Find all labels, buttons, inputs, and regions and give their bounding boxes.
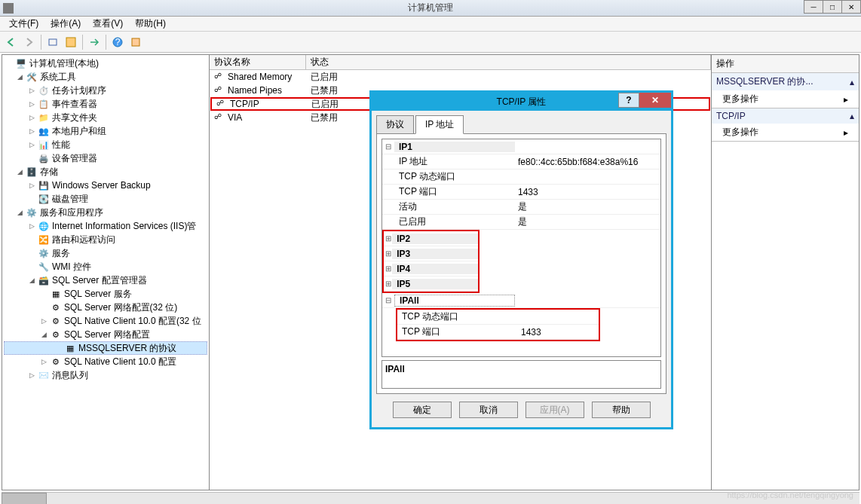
menu-file[interactable]: 文件(F) <box>3 16 44 32</box>
tree-services[interactable]: ⚙️服务 <box>2 246 209 260</box>
col-proto-name[interactable]: 协议名称 <box>210 55 306 69</box>
col-status[interactable]: 状态 <box>306 55 711 69</box>
svg-text:?: ? <box>115 37 121 47</box>
tree-label: 共享文件夹 <box>52 111 97 124</box>
tree-panel[interactable]: 🖥️计算机管理(本地) ◢🛠️系统工具 ▷⏱️任务计划程序 ▷📋事件查看器 ▷📁… <box>2 55 210 490</box>
tree-label: Windows Server Backup <box>52 180 151 191</box>
prop-active-value[interactable]: 是 <box>515 200 660 213</box>
list-row[interactable]: ☍Shared Memory 已启用 <box>210 70 711 84</box>
forward-button[interactable] <box>21 34 38 50</box>
tree-storage[interactable]: ◢🗄️存储 <box>2 165 209 179</box>
apply-button[interactable]: 应用(A) <box>525 402 584 418</box>
menu-help[interactable]: 帮助(H) <box>129 16 172 32</box>
window-controls: ─ □ ✕ <box>804 0 861 14</box>
window-title: 计算机管理 <box>408 2 453 14</box>
maximize-button[interactable]: □ <box>823 0 842 14</box>
tree-services-apps[interactable]: ◢⚙️服务和应用程序 <box>2 206 209 219</box>
tree-routing[interactable]: 🔀路由和远程访问 <box>2 233 209 246</box>
property-description: IPAll <box>381 360 661 389</box>
menu-action[interactable]: 操作(A) <box>44 16 87 32</box>
export-icon[interactable] <box>86 34 103 50</box>
prop-enabled-label: 已启用 <box>394 215 515 228</box>
tab-ip-address[interactable]: IP 地址 <box>415 115 464 134</box>
action-title-tcpip[interactable]: TCP/IP▴ <box>712 108 859 124</box>
actions-header: 操作 <box>712 55 859 73</box>
svg-rect-0 <box>49 39 57 45</box>
tree-system-tools[interactable]: ◢🛠️系统工具 <box>2 70 209 84</box>
tree-sql-config[interactable]: ◢🗃️SQL Server 配置管理器 <box>2 273 209 287</box>
tree-iis[interactable]: ▷🌐Internet Information Services (IIS)管 <box>2 219 209 233</box>
prop-tcp-port-value[interactable]: 1433 <box>515 187 660 197</box>
tree-label: 服务 <box>52 247 70 260</box>
dialog-close-button[interactable]: ✕ <box>639 93 671 108</box>
tree-device-mgr[interactable]: 🖨️设备管理器 <box>2 151 209 165</box>
tree-task-scheduler[interactable]: ▷⏱️任务计划程序 <box>2 84 209 97</box>
close-button[interactable]: ✕ <box>841 0 861 14</box>
tree-mssql-proto[interactable]: ▦MSSQLSERVER 的协议 <box>4 341 207 355</box>
properties-icon[interactable] <box>63 34 79 50</box>
dialog-help-button[interactable]: ? <box>618 93 639 108</box>
collapse-icon: ▴ <box>850 111 854 121</box>
prop-active-label: 活动 <box>394 200 515 213</box>
cell-status: 已启用 <box>307 98 343 111</box>
tree-wmi[interactable]: 🔧WMI 控件 <box>2 260 209 273</box>
help-icon[interactable]: ? <box>109 34 126 50</box>
tree-label: 系统工具 <box>40 71 76 84</box>
tree-event-viewer[interactable]: ▷📋事件查看器 <box>2 97 209 111</box>
protocol-icon: ☍ <box>216 99 227 109</box>
tab-content: ⊟IP1 IP 地址fe80::4cc:65bb:f684:e38a%16 TC… <box>376 133 666 394</box>
tree-label: SQL Native Client 10.0 配置(32 位 <box>64 315 201 328</box>
ok-button[interactable]: 确定 <box>393 402 452 418</box>
tab-protocol[interactable]: 协议 <box>376 115 414 134</box>
group-ip1[interactable]: IP1 <box>394 142 515 152</box>
tree-msmq[interactable]: ▷✉️消息队列 <box>2 368 209 382</box>
tree-label: 性能 <box>52 139 70 151</box>
scrollbar-thumb[interactable] <box>2 493 47 504</box>
tree-label: 磁盘管理 <box>52 193 88 206</box>
menu-view[interactable]: 查看(V) <box>87 16 129 32</box>
tree-wsb[interactable]: ▷💾Windows Server Backup <box>2 179 209 192</box>
tree-sql-services[interactable]: ▦SQL Server 服务 <box>2 287 209 301</box>
help-button[interactable]: 帮助 <box>592 402 651 418</box>
tree-shared-folders[interactable]: ▷📁共享文件夹 <box>2 111 209 124</box>
action-more-1[interactable]: 更多操作▸ <box>712 90 859 108</box>
cell-status: 已禁用 <box>306 84 342 97</box>
cell-status: 已启用 <box>306 71 342 84</box>
dialog-title: TCP/IP 属性 <box>497 96 547 108</box>
protocol-icon: ☍ <box>214 112 225 123</box>
protocol-icon: ☍ <box>214 85 225 96</box>
tree-sql-net[interactable]: ◢⚙SQL Server 网络配置 <box>2 328 209 341</box>
tree-sql-net32[interactable]: ⚙SQL Server 网络配置(32 位) <box>2 301 209 314</box>
svg-rect-1 <box>66 38 75 47</box>
cancel-button[interactable]: 取消 <box>459 402 518 418</box>
tree-root[interactable]: 🖥️计算机管理(本地) <box>2 57 209 70</box>
tree-disk-mgmt[interactable]: 💽磁盘管理 <box>2 192 209 206</box>
prop-enabled-value[interactable]: 是 <box>515 215 660 228</box>
up-button[interactable] <box>44 34 61 50</box>
group-ip5[interactable]: IP5 <box>392 279 478 289</box>
prop-ipall-port-value[interactable]: 1433 <box>518 327 599 338</box>
tree-local-users[interactable]: ▷👥本地用户和组 <box>2 124 209 138</box>
property-grid[interactable]: ⊟IP1 IP 地址fe80::4cc:65bb:f684:e38a%16 TC… <box>381 139 661 357</box>
cell-name: TCP/IP <box>230 99 259 109</box>
tree-performance[interactable]: ▷📊性能 <box>2 138 209 151</box>
dialog-titlebar[interactable]: TCP/IP 属性 ? ✕ <box>372 93 671 111</box>
prop-ipall-port-label: TCP 端口 <box>397 325 518 338</box>
group-ipall[interactable]: IPAll <box>394 295 515 307</box>
prop-ip-address-value[interactable]: fe80::4cc:65bb:f684:e38a%16 <box>515 157 660 167</box>
tree-sql-native[interactable]: ▷⚙SQL Native Client 10.0 配置 <box>2 355 209 368</box>
group-ip3[interactable]: IP3 <box>392 249 478 259</box>
action-more-2[interactable]: 更多操作▸ <box>712 124 859 141</box>
options-icon[interactable] <box>127 34 144 50</box>
action-title-mssql[interactable]: MSSQLSERVER 的协...▴ <box>712 73 859 90</box>
back-button[interactable] <box>3 34 20 50</box>
action-section-1: MSSQLSERVER 的协...▴ 更多操作▸ <box>712 73 859 108</box>
collapse-icon: ▴ <box>850 77 854 87</box>
tree-label: MSSQLSERVER 的协议 <box>78 342 176 355</box>
minimize-button[interactable]: ─ <box>804 0 823 14</box>
group-ip4[interactable]: IP4 <box>392 264 478 274</box>
tree-sql-native32[interactable]: ▷⚙SQL Native Client 10.0 配置(32 位 <box>2 314 209 328</box>
menu-bar: 文件(F) 操作(A) 查看(V) 帮助(H) <box>0 17 861 32</box>
group-ip2[interactable]: IP2 <box>392 234 478 244</box>
tree-label: 设备管理器 <box>52 152 97 165</box>
